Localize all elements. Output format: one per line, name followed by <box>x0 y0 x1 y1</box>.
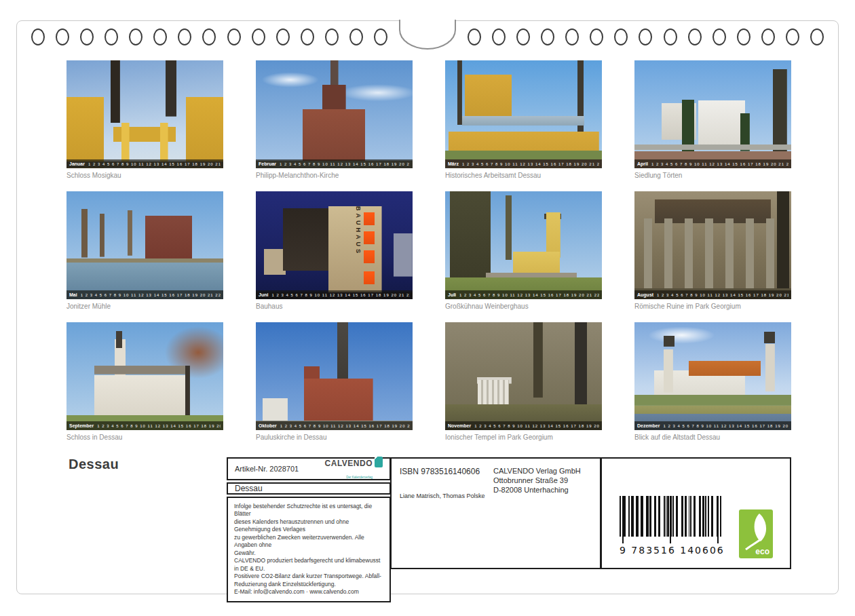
calvendo-logo-icon <box>375 457 383 467</box>
thumbnail-april: April 1 2 3 4 5 6 7 8 9 10 11 12 13 14 1… <box>634 60 791 181</box>
binding-hole <box>178 28 191 45</box>
binding-hole <box>639 28 652 45</box>
month-label: September <box>69 423 94 428</box>
month-strip: Juni 1 2 3 4 5 6 7 8 9 10 11 12 13 14 15… <box>256 290 413 299</box>
thumbnail-november: November 1 2 3 4 5 6 7 8 9 10 11 12 13 1… <box>445 322 602 443</box>
binding-hole <box>614 28 628 45</box>
photo-melanchthon-kirche: Februar 1 2 3 4 5 6 7 8 9 10 11 12 13 14… <box>256 60 413 168</box>
product-info-panel: Artikel-Nr. 2028701 CALVENDO Der Kalende… <box>227 457 793 569</box>
day-numbers: 1 2 3 4 5 6 7 8 9 10 11 12 13 14 15 16 1… <box>81 293 221 297</box>
thumbnail-oktober: Oktober 1 2 3 4 5 6 7 8 9 10 11 12 13 14… <box>256 322 413 443</box>
month-strip: November 1 2 3 4 5 6 7 8 9 10 11 12 13 1… <box>445 421 602 430</box>
binding-hole <box>202 28 216 45</box>
binding-hole <box>104 28 118 45</box>
binding-hole <box>688 28 702 45</box>
month-label: April <box>637 161 648 166</box>
photo-roemische-ruine: August 1 2 3 4 5 6 7 8 9 10 11 12 13 14 … <box>634 191 791 299</box>
month-label: Oktober <box>259 423 277 428</box>
month-label: Juni <box>259 292 268 297</box>
month-label: November <box>448 423 471 428</box>
month-label: Januar <box>69 161 85 166</box>
binding-hole <box>349 28 363 45</box>
binding-hole <box>227 28 241 45</box>
thumbnail-caption: Jonitzer Mühle <box>66 303 223 312</box>
thumbnail-caption: Bauhaus <box>256 303 413 312</box>
thumbnail-juli: Juli 1 2 3 4 5 6 7 8 9 10 11 12 13 14 15… <box>445 191 602 312</box>
thumbnail-caption: Schloss Mosigkau <box>66 172 223 181</box>
binding-hole <box>80 28 94 45</box>
legal-line: E-Mail: info@calvendo.com · www.calvendo… <box>234 588 383 596</box>
legal-line: Infolge bestehender Schutzrechte ist es … <box>234 503 383 518</box>
month-strip: Juli 1 2 3 4 5 6 7 8 9 10 11 12 13 14 15… <box>445 290 602 299</box>
authors: Liane Matrisch, Thomas Polske <box>400 493 484 499</box>
day-numbers: 1 2 3 4 5 6 7 8 9 10 11 12 13 14 15 16 1… <box>663 424 788 428</box>
binding-hole <box>541 28 554 45</box>
publisher-line: Ottobrunner Straße 39 <box>493 476 581 486</box>
day-numbers: 1 2 3 4 5 6 7 8 9 10 11 12 13 14 15 16 1… <box>459 293 599 297</box>
binding-hole <box>810 28 824 45</box>
publisher-column: ISBN 9783516140606 CALVENDO Verlag GmbH … <box>390 457 601 569</box>
month-label: Februar <box>259 161 276 166</box>
publisher-address: CALVENDO Verlag GmbH Ottobrunner Straße … <box>493 467 581 495</box>
thumbnail-mai: Mai 1 2 3 4 5 6 7 8 9 10 11 12 13 14 15 … <box>66 191 223 312</box>
artikel-number: Artikel-Nr. 2028701 <box>235 465 299 473</box>
series-title-box: Dessau <box>227 482 391 495</box>
legal-text-box: Infolge bestehender Schutzrechte ist es … <box>227 497 391 602</box>
isbn-number: ISBN 9783516140606 <box>400 467 480 476</box>
month-label: Mai <box>69 292 77 297</box>
month-strip: März 1 2 3 4 5 6 7 8 9 10 11 12 13 14 15… <box>445 159 602 168</box>
binding-hole <box>56 28 69 45</box>
binding-hole <box>468 28 481 45</box>
binding-hole <box>590 28 603 45</box>
month-strip: September 1 2 3 4 5 6 7 8 9 10 11 12 13 … <box>66 421 223 430</box>
photo-jonitzer-muehle: Mai 1 2 3 4 5 6 7 8 9 10 11 12 13 14 15 … <box>66 191 223 299</box>
photo-schloss-dessau: September 1 2 3 4 5 6 7 8 9 10 11 12 13 … <box>66 322 223 430</box>
legal-line: Reduzierung dank Einzelstückfertigung. <box>234 581 383 588</box>
photo-pauluskirche: Oktober 1 2 3 4 5 6 7 8 9 10 11 12 13 14… <box>256 322 413 430</box>
month-strip: April 1 2 3 4 5 6 7 8 9 10 11 12 13 14 1… <box>634 159 791 168</box>
thumbnail-caption: Römische Ruine im Park Georgium <box>634 303 791 312</box>
photo-siedlung-toerten: April 1 2 3 4 5 6 7 8 9 10 11 12 13 14 1… <box>634 60 791 168</box>
bauhaus-sign-text: BAUHAUS <box>355 206 362 256</box>
publisher-line: CALVENDO Verlag GmbH <box>493 467 581 476</box>
calendar-sheet: Januar 1 2 3 4 5 6 7 8 9 10 11 12 13 14 … <box>16 20 839 594</box>
calendar-back-page: Januar 1 2 3 4 5 6 7 8 9 10 11 12 13 14 … <box>0 0 855 616</box>
legal-line: Gewähr. <box>234 550 383 557</box>
calvendo-tagline: Der Kalenderverlag <box>346 476 373 479</box>
barcode-digits: 9 783516 140606 <box>620 545 723 556</box>
day-numbers: 1 2 3 4 5 6 7 8 9 10 11 12 13 14 15 16 1… <box>474 424 599 428</box>
binding-hole <box>129 28 142 45</box>
eco-label: eco <box>755 547 770 556</box>
binding-hole <box>492 28 506 45</box>
thumbnail-caption: Schloss in Dessau <box>66 434 223 443</box>
thumbnail-caption: Ionischer Tempel im Park Georgium <box>445 434 602 443</box>
leaf-icon <box>742 512 770 550</box>
thumbnail-dezember: Dezember 1 2 3 4 5 6 7 8 9 10 11 12 13 1… <box>634 322 791 443</box>
day-numbers: 1 2 3 4 5 6 7 8 9 10 11 12 13 14 15 16 1… <box>88 162 221 166</box>
month-thumbnails-grid: Januar 1 2 3 4 5 6 7 8 9 10 11 12 13 14 … <box>66 60 791 443</box>
thumbnail-caption: Philipp-Melanchthon-Kirche <box>256 172 413 181</box>
thumbnail-september: September 1 2 3 4 5 6 7 8 9 10 11 12 13 … <box>66 322 223 443</box>
day-numbers: 1 2 3 4 5 6 7 8 9 10 11 12 13 14 15 16 1… <box>280 424 410 428</box>
calvendo-wordmark: CALVENDO <box>325 459 373 468</box>
artikel-box: Artikel-Nr. 2028701 CALVENDO Der Kalende… <box>227 457 391 480</box>
month-strip: Mai 1 2 3 4 5 6 7 8 9 10 11 12 13 14 15 … <box>66 290 223 299</box>
thumbnail-januar: Januar 1 2 3 4 5 6 7 8 9 10 11 12 13 14 … <box>66 60 223 181</box>
thumbnail-august: August 1 2 3 4 5 6 7 8 9 10 11 12 13 14 … <box>634 191 791 312</box>
binding-hole <box>153 28 167 45</box>
thumbnail-caption: Großkühnau Weinberghaus <box>445 303 602 312</box>
binding-hole <box>301 28 314 45</box>
barcode-bars <box>620 496 721 537</box>
legal-line: Positivere CO2-Bilanz dank kurzer Transp… <box>234 573 383 580</box>
thumbnail-caption: Historisches Arbeitsamt Dessau <box>445 172 602 181</box>
legal-line: zu gewerblichen Zwecken weiterzuverwende… <box>234 534 383 550</box>
binding-hole <box>565 28 579 45</box>
month-label: August <box>637 292 653 297</box>
barcode-guard <box>717 496 719 543</box>
day-numbers: 1 2 3 4 5 6 7 8 9 10 11 12 13 14 15 16 1… <box>280 162 410 166</box>
binding-hole <box>252 28 265 45</box>
binding-hole <box>664 28 677 45</box>
legal-line: dieses Kalenders herauszutrennen und ohn… <box>234 518 383 534</box>
binding-hole <box>325 28 339 45</box>
page-title: Dessau <box>69 457 119 472</box>
